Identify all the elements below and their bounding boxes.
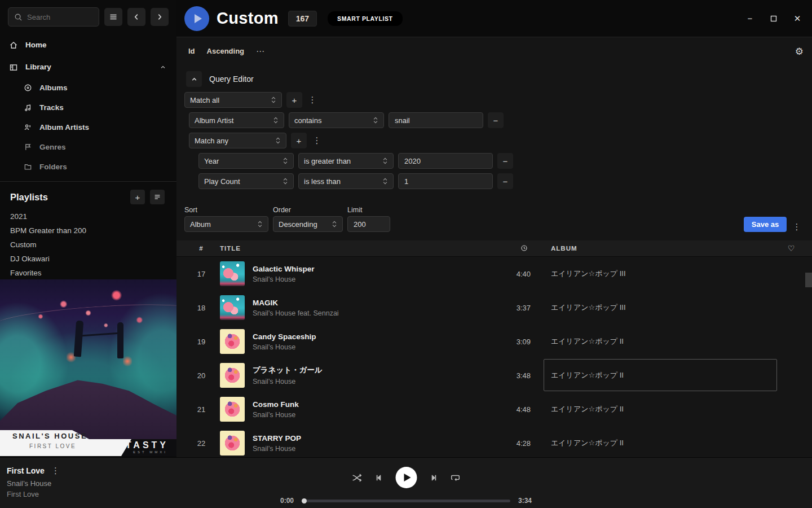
home-icon (9, 41, 18, 50)
playlist-list-button[interactable] (150, 190, 165, 204)
playlist-header: Custom 167 SMART PLAYLIST − ✕ (176, 0, 812, 37)
rule-operator-select[interactable]: is less than (298, 173, 394, 189)
updown-icon (271, 96, 276, 104)
previous-track-button[interactable] (375, 474, 383, 482)
rule-field-select[interactable]: Album Artist (189, 112, 284, 128)
match-type-select[interactable]: Match any (189, 133, 286, 148)
repeat-button[interactable] (451, 473, 461, 482)
seek-bar[interactable] (302, 500, 510, 502)
now-playing-title[interactable]: First Love (7, 466, 45, 475)
scrollbar-thumb[interactable] (805, 273, 812, 287)
search-box[interactable] (8, 7, 99, 27)
play-pause-button[interactable] (396, 467, 417, 488)
table-row[interactable]: 22 STARRY POP Snail’s House 4:28 エイリアン☆ポ… (176, 426, 812, 457)
shuffle-icon (352, 473, 363, 483)
table-row[interactable]: 20 プラネット・ガール Snail’s House 3:48 エイリアン☆ポッ… (176, 358, 812, 392)
sidebar-item-folders[interactable]: Folders (0, 157, 176, 177)
remove-rule-button[interactable]: − (497, 173, 513, 189)
table-row[interactable]: 21 Cosmo Funk Snail’s House 4:48 エイリアン☆ポ… (176, 392, 812, 426)
nav-back-button[interactable] (127, 8, 145, 26)
sidebar-item-home[interactable]: Home (0, 34, 176, 56)
track-duration: 3:09 (486, 338, 531, 346)
hamburger-icon (109, 12, 118, 21)
library-icon (9, 63, 18, 72)
album-art-thumbnail (220, 329, 245, 354)
rule-operator-select[interactable]: contains (289, 112, 384, 128)
save-as-button[interactable]: Save as (744, 217, 787, 232)
now-playing-album-art[interactable]: SNAIL'S HOUSE FIRST LOVE TASTY EST MMXI (0, 279, 176, 456)
rule-value-input[interactable] (398, 153, 493, 169)
remove-rule-button[interactable]: − (488, 112, 504, 128)
sidebar-item-label: Folders (39, 163, 67, 171)
chevron-up-icon[interactable] (160, 64, 166, 71)
now-playing-menu-icon[interactable]: ⋮ (51, 466, 58, 476)
updown-icon (283, 177, 288, 185)
window-minimize-button[interactable]: − (745, 14, 755, 24)
clock-icon (520, 244, 528, 252)
artist-icon (24, 123, 32, 132)
table-row[interactable]: 17 Galactic Whisper Snail’s House 4:40 エ… (176, 257, 812, 291)
query-menu-icon[interactable]: ⋮ (791, 222, 802, 232)
playlists-title: Playlists (10, 192, 125, 203)
album-art-thumbnail (220, 261, 245, 286)
add-playlist-button[interactable]: + (130, 190, 145, 204)
playlist-item[interactable]: Favorites (0, 266, 176, 280)
rule-value-input[interactable] (389, 112, 483, 128)
shuffle-button[interactable] (352, 473, 363, 483)
match-type-select[interactable]: Match all (184, 92, 282, 108)
table-row[interactable]: 18 MAGIK Snail’s House feat. Sennzai 3:3… (176, 291, 812, 325)
sidebar-item-genres[interactable]: Genres (0, 137, 176, 157)
repeat-icon (451, 473, 461, 482)
rule-value-input[interactable] (398, 173, 493, 189)
rule-operator-select[interactable]: is greater than (298, 153, 394, 169)
search-input[interactable] (27, 13, 89, 21)
nav-forward-button[interactable] (151, 8, 169, 26)
window-maximize-button[interactable] (769, 14, 779, 24)
group-menu-icon[interactable]: ⋮ (307, 95, 318, 105)
sort-field-button[interactable]: Id (188, 47, 195, 55)
play-playlist-button[interactable] (184, 6, 209, 31)
updown-icon (273, 116, 279, 124)
remove-rule-button[interactable]: − (497, 153, 513, 169)
disc-icon (24, 84, 32, 92)
track-title: Cosmo Funk (253, 400, 299, 409)
playlist-item[interactable]: 2021 (0, 209, 176, 224)
window-close-button[interactable]: ✕ (792, 14, 802, 24)
seek-handle[interactable] (302, 498, 307, 503)
sidebar-item-album-artists[interactable]: Album Artists (0, 117, 176, 137)
query-sort-select[interactable]: Album (184, 216, 268, 232)
sidebar-item-albums[interactable]: Albums (0, 78, 176, 98)
collapse-query-editor-button[interactable] (186, 71, 202, 87)
query-order-select[interactable]: Descending (273, 216, 343, 232)
sidebar-item-tracks[interactable]: Tracks (0, 98, 176, 117)
app-window: Home Library Albums Tracks (0, 0, 812, 508)
next-track-button[interactable] (430, 474, 438, 482)
group-menu-icon[interactable]: ⋮ (311, 135, 323, 146)
select-value: Match all (190, 96, 219, 104)
table-row[interactable]: 19 Candy Spaceship Snail’s House 3:09 エイ… (176, 325, 812, 358)
playlist-item[interactable]: BPM Greater than 200 (0, 224, 176, 238)
query-limit-input[interactable] (347, 216, 390, 232)
more-options-icon[interactable]: ⋯ (256, 46, 265, 56)
sort-direction-button[interactable]: Ascending (207, 47, 244, 55)
order-label: Order (273, 206, 343, 214)
table-header: # TITLE ALBUM ♡ (176, 240, 812, 257)
playlist-item[interactable]: DJ Okawari (0, 252, 176, 266)
updown-icon (257, 220, 263, 228)
add-rule-button[interactable]: + (286, 92, 302, 108)
now-playing-info: First Love ⋮ Snail’s House First Love (7, 466, 58, 498)
add-rule-button[interactable]: + (291, 133, 307, 148)
rule-field-select[interactable]: Year (198, 153, 294, 169)
sidebar-topbar (0, 0, 176, 34)
track-title: Galactic Whisper (253, 265, 315, 273)
folder-icon (24, 163, 32, 171)
playlist-item[interactable]: Custom (0, 238, 176, 252)
rule-field-select[interactable]: Play Count (198, 173, 294, 189)
track-artist: Snail’s House (253, 275, 315, 283)
flag-icon (24, 143, 32, 151)
track-number: 19 (186, 338, 217, 346)
gear-icon[interactable]: ⚙ (795, 46, 804, 57)
menu-button[interactable] (104, 8, 122, 26)
column-header-album: ALBUM (550, 245, 779, 252)
sidebar-item-library[interactable]: Library (0, 56, 176, 78)
